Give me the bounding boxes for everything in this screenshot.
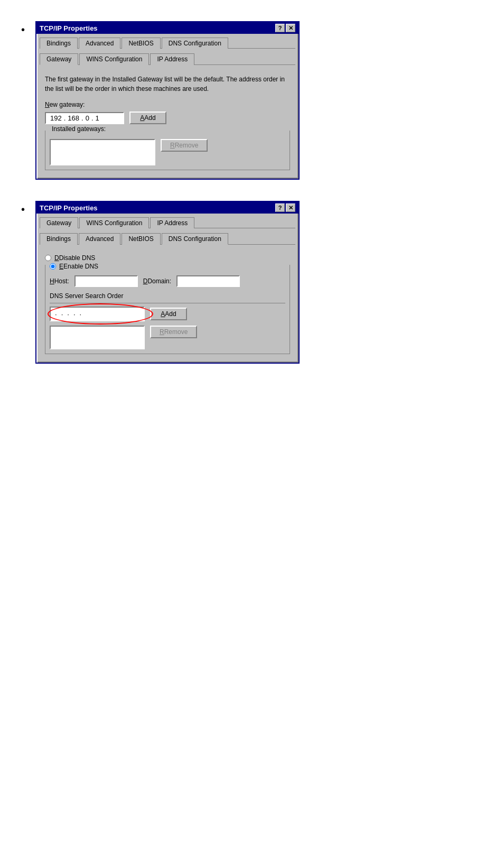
tab-bindings-2[interactable]: Bindings xyxy=(40,233,78,245)
close-button-2[interactable]: ✕ xyxy=(286,203,295,212)
tab-bindings-1[interactable]: Bindings xyxy=(40,38,78,49)
dns-ip-input-row: · · · · · AAdd xyxy=(50,307,285,321)
enable-dns-row: EEnable DNS xyxy=(50,263,285,270)
dialog-2-content: Gateway WINS Configuration IP Address Bi… xyxy=(36,214,298,363)
remove-button-2[interactable]: RRemove xyxy=(150,326,197,338)
n-underline: N xyxy=(45,101,50,108)
gateways-list[interactable] xyxy=(50,139,155,165)
help-button-2[interactable]: ? xyxy=(275,203,285,212)
tab-row-1-bottom: Gateway WINS Configuration IP Address xyxy=(40,53,295,65)
tab-row-2-top: Gateway WINS Configuration IP Address xyxy=(40,217,295,228)
tab-gateway-2[interactable]: Gateway xyxy=(40,217,78,228)
enable-dns-group: EEnable DNS HHost: DDomain: xyxy=(45,265,290,354)
dialog-1-content: Bindings Advanced NetBIOS DNS Configurat… xyxy=(36,34,298,179)
add-button-2[interactable]: AAdd xyxy=(150,308,187,320)
dialog-1: TCP/IP Properties ? ✕ Bindings Advanced … xyxy=(35,21,300,180)
dns-search-order-label: DNS Server Search Order xyxy=(50,292,285,303)
new-gateway-label-text: New gateway: xyxy=(45,101,85,108)
add-button-1[interactable]: AAdd xyxy=(129,112,166,124)
new-gateway-label: New gateway: xyxy=(45,101,290,108)
tab-row-2-bottom: Bindings Advanced NetBIOS DNS Configurat… xyxy=(40,233,295,245)
gateway-ip-input[interactable]: 192 . 168 . 0 . 1 xyxy=(45,112,124,124)
title-bar-2: TCP/IP Properties ? ✕ xyxy=(36,202,298,214)
disable-dns-label: DDisable DNS xyxy=(54,254,95,262)
ip-sep-3: . xyxy=(91,114,94,122)
host-label: HHost: xyxy=(50,277,69,285)
dns-dot-3: · xyxy=(80,310,82,318)
domain-label: DDomain: xyxy=(143,277,171,285)
ip-sep-2: . xyxy=(81,114,83,122)
tab-ip-address-2[interactable]: IP Address xyxy=(150,217,194,228)
tab-row-1-top: Bindings Advanced NetBIOS DNS Configurat… xyxy=(40,37,295,49)
ip-part-4[interactable]: 1 xyxy=(96,114,99,122)
tab-gateway-1[interactable]: Gateway xyxy=(40,53,78,65)
dialog-2: TCP/IP Properties ? ✕ Gateway WINS Confi… xyxy=(35,201,300,364)
tab-dns-config-2[interactable]: DNS Configuration xyxy=(162,233,228,245)
title-bar-buttons-1: ? ✕ xyxy=(275,24,295,32)
dialog-1-description: The first gateway in the Installed Gatew… xyxy=(45,75,290,94)
section-1: • TCP/IP Properties ? ✕ Bindings Advance… xyxy=(21,21,483,180)
host-domain-row: HHost: DDomain: xyxy=(50,275,285,287)
tab-advanced-1[interactable]: Advanced xyxy=(79,38,120,49)
remove-underline: R xyxy=(170,142,175,149)
new-gateway-input-row: 192 . 168 . 0 . 1 AAdd xyxy=(45,112,290,124)
enable-dns-radio[interactable] xyxy=(50,263,56,270)
disable-dns-row: DDisable DNS xyxy=(45,254,290,262)
tab-netbios-2[interactable]: NetBIOS xyxy=(122,233,160,245)
disable-dns-radio[interactable] xyxy=(45,255,51,261)
close-button-1[interactable]: ✕ xyxy=(286,24,295,32)
ip-sep-1: . xyxy=(64,114,66,122)
section-2: • TCP/IP Properties ? ✕ Gateway WINS Con… xyxy=(21,201,483,364)
title-bar-1: TCP/IP Properties ? ✕ xyxy=(36,22,298,34)
dns-dot-2: · xyxy=(67,310,69,318)
tab-netbios-1[interactable]: NetBIOS xyxy=(122,38,160,49)
installed-gateways-group: Installed gateways: RRemove xyxy=(45,131,290,170)
dialog-1-title: TCP/IP Properties xyxy=(40,24,98,32)
remove-button-1[interactable]: RRemove xyxy=(161,139,208,152)
dialog-1-body: The first gateway in the Installed Gatew… xyxy=(40,69,295,175)
domain-input[interactable] xyxy=(176,275,240,287)
dns-list-row: RRemove xyxy=(50,326,285,349)
tab-wins-2[interactable]: WINS Configuration xyxy=(79,217,149,228)
dns-dot-1: · xyxy=(55,310,57,318)
installed-gateways-label: Installed gateways: xyxy=(50,125,108,133)
tab-wins-1[interactable]: WINS Configuration xyxy=(79,53,149,65)
ip-part-2[interactable]: 168 xyxy=(68,114,79,122)
dns-ip-input[interactable]: · · · · · xyxy=(50,307,145,321)
dns-list[interactable] xyxy=(50,326,145,349)
host-input[interactable] xyxy=(74,275,138,287)
tab-advanced-2[interactable]: Advanced xyxy=(79,233,120,245)
dialog-2-title: TCP/IP Properties xyxy=(40,204,98,212)
enable-dns-label: EEnable DNS xyxy=(59,263,98,270)
bullet-1: • xyxy=(21,24,25,36)
dialog-2-body: DDisable DNS EEnable DNS HHost: xyxy=(40,249,295,359)
bullet-2: • xyxy=(21,203,25,216)
title-bar-buttons-2: ? ✕ xyxy=(275,203,295,212)
tab-ip-address-1[interactable]: IP Address xyxy=(150,53,194,65)
ip-part-3[interactable]: 0 xyxy=(86,114,89,122)
tab-dns-config-1[interactable]: DNS Configuration xyxy=(162,38,228,49)
ip-part-1[interactable]: 192 xyxy=(50,114,62,122)
help-button-1[interactable]: ? xyxy=(275,24,285,32)
